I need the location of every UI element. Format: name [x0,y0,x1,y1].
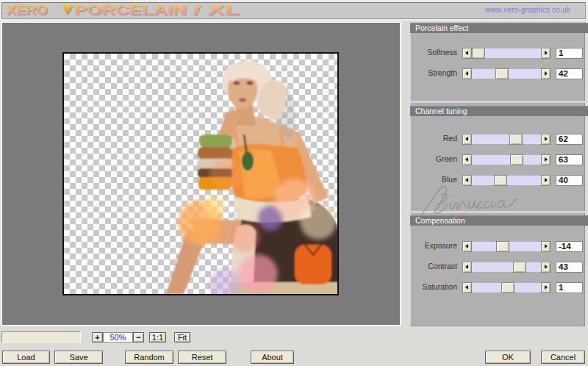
svg-text:XERO: XERO [7,3,48,18]
svg-text:/ XL: / XL [193,3,241,18]
svg-text:PORCELAIN: PORCELAIN [74,3,187,18]
